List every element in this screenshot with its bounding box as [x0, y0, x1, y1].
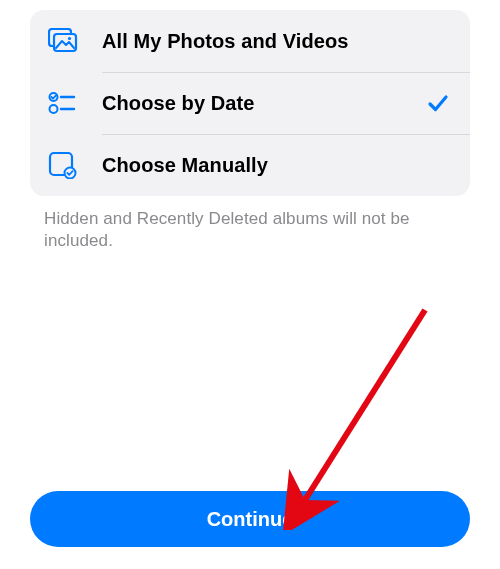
checklist-icon — [48, 91, 102, 115]
select-manual-icon — [48, 151, 102, 179]
option-choose-by-date[interactable]: Choose by Date — [30, 72, 470, 134]
svg-point-5 — [50, 105, 58, 113]
option-all-photos[interactable]: All My Photos and Videos — [30, 10, 470, 72]
options-card: All My Photos and Videos Choose by Date — [30, 10, 470, 196]
option-label: All My Photos and Videos — [102, 30, 424, 53]
option-choose-manually[interactable]: Choose Manually — [30, 134, 470, 196]
option-label: Choose Manually — [102, 154, 424, 177]
continue-button[interactable]: Continue — [30, 491, 470, 547]
option-label: Choose by Date — [102, 92, 424, 115]
checkmark-icon — [424, 92, 452, 114]
svg-line-9 — [305, 310, 425, 500]
footnote-text: Hidden and Recently Deleted albums will … — [30, 196, 470, 252]
svg-rect-1 — [54, 34, 76, 51]
photos-stack-icon — [48, 28, 102, 54]
svg-point-2 — [68, 37, 71, 40]
